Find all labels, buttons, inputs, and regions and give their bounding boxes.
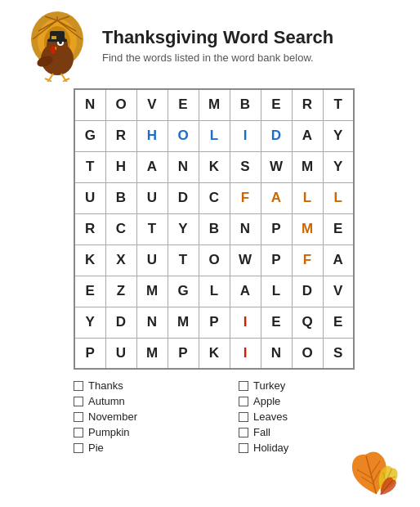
word-search-grid: NOVEMBERTGRHOLIDAYTHANKSWMYUBUDCFALLRCTY… xyxy=(74,88,355,370)
checkbox-icon xyxy=(74,428,83,437)
grid-cell: A xyxy=(136,151,168,182)
grid-cell: C xyxy=(199,182,230,213)
grid-cell: W xyxy=(230,245,261,276)
grid-cell: O xyxy=(292,338,323,369)
grid-cell: I xyxy=(230,307,261,338)
svg-point-15 xyxy=(51,46,56,54)
grid-cell: F xyxy=(292,245,323,276)
grid-cell: K xyxy=(199,338,230,369)
wordbank-label: Pie xyxy=(88,442,104,454)
grid-cell: P xyxy=(199,307,230,338)
grid-cell: B xyxy=(105,182,136,213)
checkbox-icon xyxy=(74,443,83,453)
wordbank-item: November xyxy=(74,411,239,423)
wordbank-label: Leaves xyxy=(253,411,288,423)
grid-cell: L xyxy=(199,120,230,151)
grid-cell: P xyxy=(168,338,199,369)
checkbox-icon xyxy=(74,397,83,406)
grid-cell: U xyxy=(74,182,105,213)
grid-cell: Y xyxy=(168,213,199,245)
grid-cell: E xyxy=(74,276,105,307)
header: Thanksgiving Word Search Find the words … xyxy=(16,8,404,82)
grid-cell: E xyxy=(261,89,292,120)
grid-cell: K xyxy=(74,245,105,276)
turkey-illustration xyxy=(20,8,94,82)
grid-cell: D xyxy=(292,276,323,307)
grid-cell: A xyxy=(292,120,323,151)
checkbox-icon xyxy=(239,443,248,453)
grid-cell: B xyxy=(199,213,230,245)
grid-cell: Z xyxy=(105,276,136,307)
grid-cell: R xyxy=(74,213,105,245)
grid-cell: O xyxy=(105,89,136,120)
wordbank-item: Fall xyxy=(239,426,404,438)
grid-cell: A xyxy=(323,245,354,276)
grid-cell: H xyxy=(136,120,168,151)
checkbox-icon xyxy=(239,412,248,422)
checkbox-icon xyxy=(239,428,248,437)
wordbank-item: Leaves xyxy=(239,411,404,423)
grid-cell: T xyxy=(136,213,168,245)
page: Thanksgiving Word Search Find the words … xyxy=(0,0,420,507)
grid-cell: H xyxy=(105,151,136,182)
wordbank-label: Fall xyxy=(253,426,270,438)
grid-cell: W xyxy=(261,151,292,182)
grid-cell: M xyxy=(168,307,199,338)
grid-cell: M xyxy=(136,338,168,369)
grid-cell: S xyxy=(230,151,261,182)
grid-cell: Q xyxy=(292,307,323,338)
grid-cell: V xyxy=(136,89,168,120)
grid-cell: L xyxy=(261,276,292,307)
wordbank-item: Pumpkin xyxy=(74,426,239,438)
grid-cell: N xyxy=(261,338,292,369)
grid-cell: E xyxy=(168,89,199,120)
grid-cell: T xyxy=(323,89,354,120)
wordbank-label: Holiday xyxy=(253,442,288,454)
grid-cell: E xyxy=(323,307,354,338)
grid-cell: I xyxy=(230,120,261,151)
svg-rect-18 xyxy=(51,36,56,39)
grid-cell: A xyxy=(261,182,292,213)
wordbank-item: Autumn xyxy=(74,395,239,407)
grid-cell: P xyxy=(261,213,292,245)
grid-cell: N xyxy=(74,89,105,120)
wordbank-label: Autumn xyxy=(88,395,125,407)
grid-cell: O xyxy=(168,120,199,151)
grid-cell: N xyxy=(136,307,168,338)
checkbox-icon xyxy=(74,412,83,422)
grid-cell: O xyxy=(199,245,230,276)
grid-cell: S xyxy=(323,338,354,369)
wordbank-label: Turkey xyxy=(253,379,285,392)
grid-cell: R xyxy=(105,120,136,151)
wordbank-label: Apple xyxy=(253,395,280,407)
grid-cell: L xyxy=(292,182,323,213)
wordbank-label: Pumpkin xyxy=(88,426,130,438)
grid-cell: I xyxy=(230,338,261,369)
grid-cell: Y xyxy=(323,151,354,182)
checkbox-icon xyxy=(239,397,248,406)
grid-cell: R xyxy=(292,89,323,120)
grid-cell: P xyxy=(261,245,292,276)
svg-line-23 xyxy=(49,80,51,82)
wordbank-item: Turkey xyxy=(239,379,404,392)
grid-cell: L xyxy=(199,276,230,307)
wordbank-item: Apple xyxy=(239,395,404,407)
checkbox-icon xyxy=(74,381,83,391)
grid-cell: N xyxy=(230,213,261,245)
grid-cell: X xyxy=(105,245,136,276)
grid-cell: E xyxy=(323,213,354,245)
grid-cell: M xyxy=(292,151,323,182)
wordbank-item: Thanks xyxy=(74,379,239,392)
page-title: Thanksgiving Word Search xyxy=(102,27,333,48)
header-text: Thanksgiving Word Search Find the words … xyxy=(102,27,333,64)
grid-cell: B xyxy=(230,89,261,120)
grid-cell: T xyxy=(168,245,199,276)
grid-cell: U xyxy=(105,338,136,369)
svg-rect-17 xyxy=(47,39,67,42)
leaf-decoration xyxy=(338,442,404,499)
grid-cell: Y xyxy=(323,120,354,151)
grid-cell: M xyxy=(292,213,323,245)
svg-line-24 xyxy=(61,74,65,80)
grid-cell: N xyxy=(168,151,199,182)
grid-cell: V xyxy=(323,276,354,307)
